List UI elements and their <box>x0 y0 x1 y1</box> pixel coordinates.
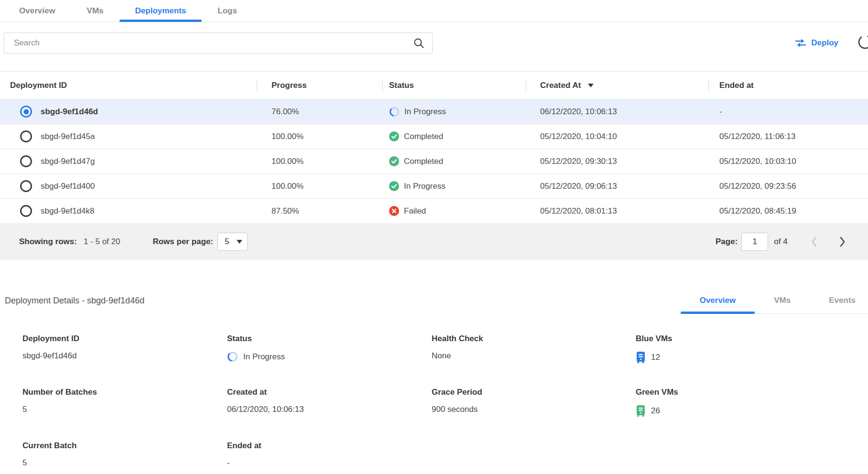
status-spinner-icon <box>227 351 238 362</box>
table-row[interactable]: sbgd-9ef1d45a 100.00% Completed 05/12/20… <box>0 124 868 149</box>
field-value: 5 <box>22 405 227 414</box>
search-box <box>4 32 433 54</box>
swap-arrows-icon <box>794 38 807 48</box>
field-status: Status In Progress <box>227 334 432 364</box>
next-page-button[interactable] <box>839 236 846 248</box>
details-tab-bar: Overview VMs Events <box>681 287 868 314</box>
status-label: In Progress <box>404 182 445 191</box>
progress-cell: 87.50% <box>257 206 382 216</box>
status-label: Completed <box>404 132 443 141</box>
field-label: Created at <box>227 388 432 397</box>
field-value: - <box>227 458 432 468</box>
table-row[interactable]: sbgd-9ef1d400 100.00% In Progress 05/12/… <box>0 173 868 198</box>
ended-at-cell: 05/12/2020, 08:45:19 <box>708 206 868 216</box>
vm-blue-icon <box>636 351 646 364</box>
field-value-text: 900 seconds <box>432 405 477 414</box>
table-header-row: Deployment ID Progress Status Created At… <box>0 72 868 99</box>
field-value-text: 06/12/2020, 10:06:13 <box>227 405 304 414</box>
field-value: 900 seconds <box>432 405 636 414</box>
progress-cell: 100.00% <box>257 157 382 166</box>
deployment-id-cell: sbgd-9ef1d46d <box>41 107 98 117</box>
progress-cell: 100.00% <box>257 132 382 141</box>
status-label: Completed <box>404 157 443 166</box>
deployments-table: Deployment ID Progress Status Created At… <box>0 71 868 260</box>
row-radio-button[interactable] <box>20 205 32 217</box>
details-tab-events[interactable]: Events <box>810 287 868 313</box>
tab-vms[interactable]: VMs <box>71 0 119 22</box>
details-tab-vms[interactable]: VMs <box>755 287 810 313</box>
deployment-id-cell: sbgd-9ef1d400 <box>41 182 95 191</box>
column-header-status[interactable]: Status <box>382 81 526 90</box>
search-input[interactable] <box>4 38 413 48</box>
details-title: Deployment Details - sbgd-9ef1d46d <box>5 296 144 306</box>
created-at-cell: 05/12/2020, 09:30:13 <box>526 157 708 166</box>
search-icon[interactable] <box>413 38 424 49</box>
status-check-icon <box>389 131 399 141</box>
tab-logs[interactable]: Logs <box>202 0 253 22</box>
row-radio-button[interactable] <box>20 130 32 142</box>
table-footer: Showing rows: 1 - 5 of 20 Rows per page:… <box>0 223 868 260</box>
row-radio-button[interactable] <box>20 106 32 118</box>
field-created-at: Created at 06/12/2020, 10:06:13 <box>227 388 432 417</box>
showing-rows-value: 1 - 5 of 20 <box>84 237 120 247</box>
toolbar: Deploy <box>0 22 868 71</box>
rows-per-page-label: Rows per page: <box>152 237 213 247</box>
field-deployment-id: Deployment ID sbgd-9ef1d46d <box>22 334 227 364</box>
field-value: sbgd-9ef1d46d <box>22 351 227 361</box>
column-header-deployment-id[interactable]: Deployment ID <box>0 81 257 90</box>
deployment-id-cell: sbgd-9ef1d4k8 <box>41 206 94 216</box>
pager: Page: of 4 <box>716 233 846 251</box>
deploy-button-label: Deploy <box>811 38 838 48</box>
tab-overview[interactable]: Overview <box>3 0 71 22</box>
refresh-icon[interactable] <box>857 34 868 50</box>
created-at-cell: 05/12/2020, 10:04:10 <box>526 132 708 141</box>
ended-at-cell: - <box>708 107 868 117</box>
field-grace-period: Grace Period 900 seconds <box>432 388 636 417</box>
ended-at-cell: 05/12/2020, 09:23:56 <box>708 182 868 191</box>
created-at-cell: 05/12/2020, 08:01:13 <box>526 206 708 216</box>
row-radio-button[interactable] <box>20 155 32 167</box>
column-header-ended-at[interactable]: Ended at <box>708 81 868 90</box>
field-label: Current Batch <box>22 441 227 451</box>
details-grid: Deployment ID sbgd-9ef1d46d Status In Pr… <box>0 334 868 468</box>
field-green-vms: Green VMs 26 <box>636 388 868 417</box>
field-value: 5 <box>22 458 227 468</box>
field-ended-at: Ended at - <box>227 441 432 468</box>
created-at-cell: 06/12/2020, 10:06:13 <box>526 107 708 117</box>
status-label: In Progress <box>404 107 446 117</box>
field-label: Grace Period <box>432 388 636 397</box>
field-value-text: 5 <box>22 405 27 414</box>
progress-cell: 76.00% <box>257 107 382 117</box>
rows-per-page-select[interactable]: 5 <box>217 233 248 251</box>
field-value-text: 5 <box>22 458 27 468</box>
table-row[interactable]: sbgd-9ef1d47g 100.00% Completed 05/12/20… <box>0 149 868 173</box>
field-value-text: 12 <box>651 353 660 362</box>
deployments-page: Overview VMs Deployments Logs <box>0 0 868 474</box>
table-row[interactable]: sbgd-9ef1d46d 76.00% In Progress 06/12/2… <box>0 99 868 124</box>
table-row[interactable]: sbgd-9ef1d4k8 87.50% Failed 05/12/2020, … <box>0 198 868 223</box>
column-header-created-at[interactable]: Created At <box>526 81 708 90</box>
column-header-progress[interactable]: Progress <box>257 81 382 90</box>
page-total-label: of 4 <box>774 237 787 247</box>
previous-page-button[interactable] <box>811 236 817 248</box>
deploy-button[interactable]: Deploy <box>794 32 838 54</box>
deployment-id-cell: sbgd-9ef1d45a <box>41 132 95 141</box>
field-value-text: - <box>227 458 230 468</box>
field-label: Ended at <box>227 441 432 451</box>
field-label: Blue VMs <box>636 334 868 344</box>
tab-deployments[interactable]: Deployments <box>119 0 202 22</box>
row-radio-button[interactable] <box>20 180 32 192</box>
page-label: Page: <box>716 237 738 247</box>
deployment-id-cell: sbgd-9ef1d47g <box>41 157 95 166</box>
details-tab-overview[interactable]: Overview <box>681 287 755 313</box>
field-label: Green VMs <box>636 388 868 397</box>
field-value-text: 26 <box>651 406 660 416</box>
field-value: 06/12/2020, 10:06:13 <box>227 405 432 414</box>
field-value-text: sbgd-9ef1d46d <box>22 351 76 361</box>
column-header-created-at-label: Created At <box>540 81 581 90</box>
status-error-icon <box>389 206 399 216</box>
field-current-batch: Current Batch 5 <box>22 441 227 468</box>
page-number-input[interactable] <box>741 233 768 251</box>
vm-green-icon <box>636 405 646 417</box>
field-number-of-batches: Number of Batches 5 <box>22 388 227 417</box>
